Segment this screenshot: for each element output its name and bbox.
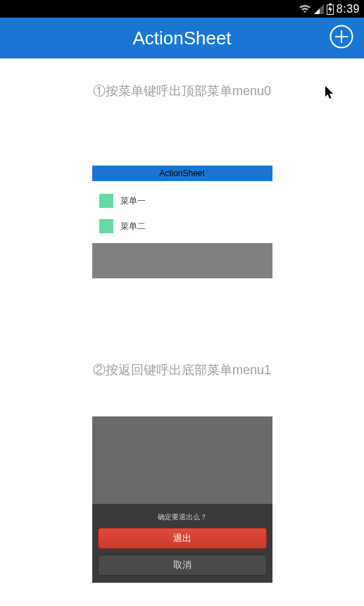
signal-icon: [314, 4, 324, 14]
menu-item[interactable]: 菜单一: [92, 188, 272, 214]
menu-item-label: 菜单一: [120, 195, 146, 207]
sheet-prompt: 确定要退出么？: [98, 509, 267, 528]
battery-icon: [327, 4, 334, 15]
wifi-icon: [299, 4, 311, 14]
menu-swatch-icon: [99, 219, 113, 233]
exit-button[interactable]: 退出: [98, 528, 267, 549]
page-title: ActionSheet: [132, 27, 231, 49]
menu-item-label: 菜单二: [120, 221, 146, 233]
add-button[interactable]: [329, 25, 354, 51]
section1-title: ①按菜单键呼出顶部菜单menu0: [0, 82, 364, 99]
menu-swatch-icon: [99, 194, 113, 208]
app-bar: ActionSheet: [0, 18, 364, 58]
status-time: 8:39: [337, 3, 360, 16]
demo2-screenshot: 确定要退出么？ 退出 取消: [92, 416, 272, 583]
bottom-action-sheet: 确定要退出么？ 退出 取消: [92, 504, 272, 583]
section2-title: ②按返回键呼出底部菜单menu1: [0, 361, 364, 378]
cancel-button[interactable]: 取消: [98, 555, 267, 576]
menu-item[interactable]: 菜单二: [92, 214, 272, 239]
status-bar: 8:39: [0, 0, 364, 18]
demo1-screenshot: ActionSheet 菜单一 菜单二: [92, 166, 272, 278]
demo1-footer: [92, 243, 272, 278]
demo1-header: ActionSheet: [92, 166, 272, 181]
plus-circle-icon: [330, 25, 353, 51]
